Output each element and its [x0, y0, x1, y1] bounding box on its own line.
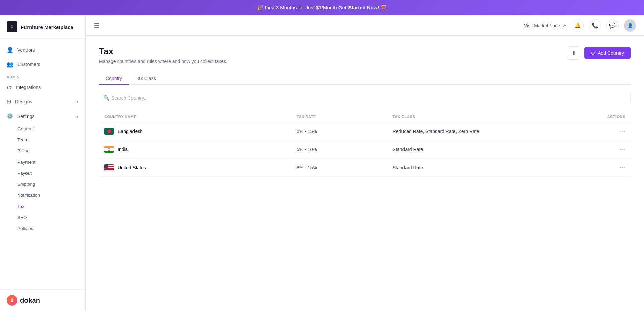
sidebar-subitem-seo[interactable]: SEO	[0, 212, 85, 223]
sidebar-subitem-payment[interactable]: Payment	[0, 157, 85, 168]
sidebar-nav: 👤 Vendors 👥 Customers ADMIN 🗂 Integratio…	[0, 39, 85, 289]
download-button[interactable]: ⬇	[567, 46, 580, 60]
sidebar-item-label-integrations: Integrations	[16, 85, 41, 90]
sidebar-brand: 🪑 Furniture Marketplace	[0, 15, 85, 39]
actions-cell-us: ···	[585, 164, 625, 171]
vendors-icon: 👤	[7, 47, 13, 53]
search-icon: 🔍	[103, 95, 110, 101]
country-cell-bangladesh: Bangladesh	[104, 128, 297, 135]
phone-icon[interactable]: 📞	[589, 19, 601, 32]
tabs: Country Tax Class	[99, 72, 631, 85]
country-cell-india: India	[104, 146, 297, 153]
tax-rate-bangladesh: 0% - 15%	[297, 129, 393, 134]
actions-menu-bangladesh[interactable]: ···	[619, 128, 625, 135]
col-tax-class: TAX CLASS	[393, 115, 585, 119]
sidebar-item-label-customers: Customers	[17, 62, 40, 67]
chat-icon[interactable]: 💬	[606, 19, 619, 32]
actions-cell-bangladesh: ···	[585, 128, 625, 135]
sidebar-footer: d dokan	[0, 289, 85, 311]
table-row: Bangladesh 0% - 15% Reduced Rate, Standa…	[99, 122, 631, 140]
sidebar-subitem-payout[interactable]: Payout	[0, 168, 85, 179]
add-country-label: Add Country	[598, 50, 624, 56]
customers-icon: 👥	[7, 61, 13, 68]
settings-chevron-icon: ▴	[76, 114, 78, 119]
flag-us	[104, 164, 114, 171]
table-header: COUNTRY NAME TAX RATE TAX CLASS ACTIONS	[99, 111, 631, 122]
tax-class-india: Standard Rate	[393, 147, 585, 152]
table-row: India 5% - 10% Standard Rate ···	[99, 140, 631, 159]
flag-bangladesh	[104, 128, 114, 135]
sidebar-subitem-billing[interactable]: Billing	[0, 145, 85, 157]
country-name-bangladesh: Bangladesh	[118, 129, 143, 134]
sidebar-subitem-policies[interactable]: Policies	[0, 223, 85, 234]
user-avatar[interactable]: 👤	[624, 19, 636, 32]
col-tax-rate: TAX RATE	[297, 115, 393, 119]
col-country-name: COUNTRY NAME	[104, 115, 297, 119]
sidebar-subitem-team[interactable]: Team	[0, 134, 85, 145]
sidebar-item-label-designs: Designs	[15, 99, 32, 104]
tax-class-us: Standard Rate	[393, 165, 585, 170]
tab-tax-class[interactable]: Tax Class	[129, 72, 163, 85]
sidebar-subitem-shipping[interactable]: Shipping	[0, 179, 85, 190]
dokan-icon: d	[7, 295, 17, 306]
country-name-india: India	[118, 147, 128, 152]
sidebar-subitem-general[interactable]: General	[0, 123, 85, 134]
add-country-icon: ⊕	[591, 50, 595, 56]
search-input[interactable]	[99, 92, 630, 104]
visit-marketplace-label: Visit MarketPlace	[524, 23, 560, 28]
brand-name: Furniture Marketplace	[21, 24, 73, 30]
actions-menu-us[interactable]: ···	[619, 164, 625, 171]
flag-india	[104, 146, 114, 153]
menu-icon[interactable]: ☰	[94, 21, 100, 30]
add-country-button[interactable]: ⊕ Add Country	[584, 47, 631, 59]
dokan-label: dokan	[20, 297, 40, 304]
dokan-logo: d dokan	[7, 295, 40, 306]
designs-icon: ⊞	[7, 98, 11, 105]
sidebar-subitem-notification[interactable]: Notification	[0, 190, 85, 201]
page-content: Tax Manage countries and rules where and…	[86, 36, 644, 311]
content-area: ☰ Visit MarketPlace ↗ 🔔 📞 💬 👤 Tax Manage…	[86, 15, 644, 311]
admin-section-label: ADMIN	[0, 72, 85, 80]
page-title: Tax	[99, 46, 227, 57]
settings-icon: ⚙️	[7, 113, 13, 119]
actions-menu-india[interactable]: ···	[619, 146, 625, 153]
banner-cta[interactable]: Get Started Now! 🎊	[338, 5, 387, 10]
sidebar-item-integrations[interactable]: 🗂 Integrations	[0, 80, 85, 94]
sidebar-item-vendors[interactable]: 👤 Vendors	[0, 43, 85, 57]
tax-class-bangladesh: Reduced Rate, Standard Rate, Zero Rate	[393, 129, 585, 134]
col-actions: ACTIONS	[585, 115, 625, 119]
integrations-icon: 🗂	[7, 84, 12, 90]
search-container: 🔍	[99, 92, 631, 104]
sidebar-item-settings[interactable]: ⚙️ Settings ▴	[0, 109, 85, 123]
tax-rate-india: 5% - 10%	[297, 147, 393, 152]
brand-icon: 🪑	[7, 21, 17, 32]
table-row: United States 8% - 15% Standard Rate ···	[99, 159, 631, 177]
page-subtitle: Manage countries and rules where and how…	[99, 59, 227, 64]
actions-cell-india: ···	[585, 146, 625, 153]
top-banner: 🎉 First 3 Months for Just $1/Month Get S…	[0, 0, 644, 15]
page-header: Tax Manage countries and rules where and…	[99, 46, 631, 64]
country-cell-us: United States	[104, 164, 297, 171]
top-header: ☰ Visit MarketPlace ↗ 🔔 📞 💬 👤	[86, 15, 644, 36]
sidebar-item-customers[interactable]: 👥 Customers	[0, 57, 85, 72]
sidebar-subitem-tax[interactable]: Tax	[0, 201, 85, 212]
notifications-icon[interactable]: 🔔	[572, 19, 584, 32]
visit-marketplace-link[interactable]: Visit MarketPlace ↗	[524, 23, 566, 28]
sidebar-item-designs[interactable]: ⊞ Designs ▾	[0, 94, 85, 109]
tax-rate-us: 8% - 15%	[297, 165, 393, 170]
external-link-icon: ↗	[562, 23, 566, 28]
country-name-us: United States	[118, 165, 146, 170]
designs-chevron-icon: ▾	[76, 99, 78, 104]
banner-text: 🎉 First 3 Months for Just $1/Month	[257, 5, 337, 10]
sidebar-item-label-settings: Settings	[17, 114, 35, 119]
sidebar: 🪑 Furniture Marketplace 👤 Vendors 👥 Cust…	[0, 15, 86, 311]
tab-country[interactable]: Country	[99, 72, 129, 85]
sidebar-item-label-vendors: Vendors	[17, 47, 35, 53]
page-actions: ⬇ ⊕ Add Country	[567, 46, 631, 60]
